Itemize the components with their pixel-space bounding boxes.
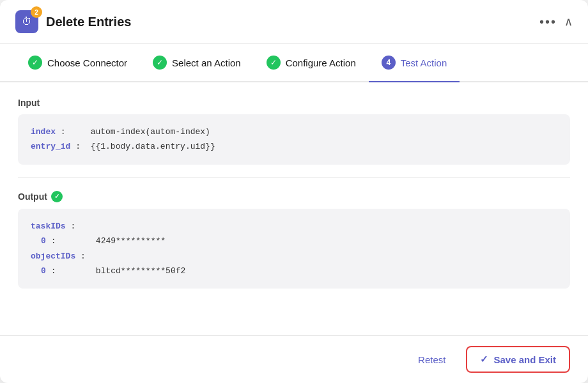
step-label: Test Action [401, 57, 447, 68]
code-colon-entry: : [75, 142, 86, 151]
code-line-taskIDs: taskIDs : [31, 219, 557, 234]
output-label: Output [18, 192, 47, 202]
input-code-box: index : autom-index(autom-index) entry_i… [18, 114, 570, 165]
stepper: ✓ Choose Connector ✓ Select an Action ✓ … [0, 44, 588, 82]
header-actions: ••• ∧ [539, 15, 573, 29]
step-label: Select an Action [172, 57, 241, 68]
step-select-action[interactable]: ✓ Select an Action [140, 44, 254, 81]
modal-container: ⏱ 2 Delete Entries ••• ∧ ✓ Choose Connec… [0, 0, 588, 383]
code-key-objectIDs-0: 0 [41, 266, 46, 276]
code-key-taskIDs: taskIDs [31, 222, 66, 231]
code-line-entry-id: entry_id : {{1.body.data.entry.uid}} [31, 139, 557, 154]
step-choose-connector[interactable]: ✓ Choose Connector [15, 44, 140, 81]
code-key-entry-id: entry_id [31, 142, 70, 151]
code-colon-index: : [61, 127, 86, 137]
retest-button[interactable]: Retest [408, 348, 456, 372]
output-code-box: taskIDs : 0 : 4249********** objectIDs :… [18, 209, 570, 289]
code-colon-objectIDs: : [81, 252, 86, 261]
page-title: Delete Entries [46, 15, 532, 29]
code-key-taskIDs-0: 0 [41, 236, 46, 246]
code-value-entry-id: {{1.body.data.entry.uid}} [91, 142, 215, 151]
save-check-icon: ✓ [480, 354, 488, 365]
step-test-action[interactable]: 4 Test Action [369, 44, 460, 81]
section-divider [18, 177, 570, 178]
header: ⏱ 2 Delete Entries ••• ∧ [0, 0, 588, 44]
code-value-objectIDs-0: bltcd*********50f2 [96, 266, 185, 276]
step-check-icon: ✓ [267, 56, 281, 70]
code-key-objectIDs: objectIDs [31, 252, 75, 261]
code-value-taskIDs-0: 4249********** [96, 236, 166, 246]
step-label: Configure Action [286, 57, 356, 68]
app-icon-wrapper: ⏱ 2 [15, 10, 38, 33]
main-content: Input index : autom-index(autom-index) e… [0, 82, 588, 335]
code-line-objectIDs-0: 0 : bltcd*********50f2 [31, 264, 557, 278]
input-label: Input [18, 98, 40, 108]
code-colon-taskIDs-0: : [51, 236, 91, 246]
step-configure-action[interactable]: ✓ Configure Action [254, 44, 369, 81]
step-check-icon: ✓ [153, 56, 167, 70]
more-options-icon[interactable]: ••• [539, 15, 557, 29]
code-line-taskIDs-0: 0 : 4249********** [31, 234, 557, 248]
save-label: Save and Exit [493, 354, 556, 365]
step-label: Choose Connector [47, 57, 127, 68]
output-section-title: Output ✓ [18, 191, 570, 202]
footer: Retest ✓ Save and Exit [0, 335, 588, 383]
code-key-index: index [31, 127, 56, 137]
code-line-objectIDs: objectIDs : [31, 249, 557, 264]
input-section: Input index : autom-index(autom-index) e… [18, 98, 570, 165]
step-number-badge: 4 [382, 56, 396, 70]
code-colon-taskIDs: : [70, 222, 75, 231]
code-value-index: autom-index(autom-index) [91, 127, 210, 137]
output-section: Output ✓ taskIDs : 0 : 4249********** ob… [18, 191, 570, 289]
step-badge: 2 [31, 6, 42, 18]
code-colon-objectIDs-0: : [51, 266, 91, 276]
input-section-title: Input [18, 98, 570, 108]
step-check-icon: ✓ [28, 56, 42, 70]
clock-icon: ⏱ [22, 16, 32, 27]
code-line-index: index : autom-index(autom-index) [31, 124, 557, 139]
collapse-icon[interactable]: ∧ [564, 15, 573, 29]
output-check-icon: ✓ [51, 191, 63, 202]
save-exit-button[interactable]: ✓ Save and Exit [466, 346, 570, 373]
